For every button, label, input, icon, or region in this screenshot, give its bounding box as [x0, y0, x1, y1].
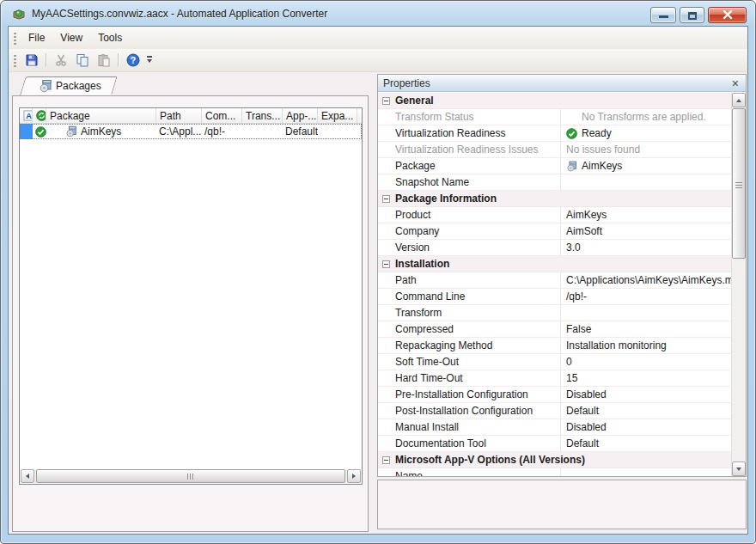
scroll-up-button[interactable] — [732, 93, 746, 107]
property-row[interactable]: CompanyAimSoft — [378, 223, 731, 240]
row-expand-cell[interactable] — [318, 124, 357, 139]
property-value[interactable]: No issues found — [561, 142, 731, 157]
column-header-edit-a-icon[interactable]: A — [20, 108, 33, 123]
scrollbar-thumb[interactable] — [732, 108, 746, 259]
property-value[interactable]: AimSoft — [561, 223, 731, 239]
menu-tools[interactable]: Tools — [90, 28, 130, 47]
property-value[interactable]: 0 — [561, 354, 731, 370]
property-row[interactable]: Repackaging MethodInstallation monitorin… — [378, 338, 731, 354]
close-button[interactable] — [708, 7, 747, 23]
property-row[interactable]: Manual InstallDisabled — [378, 419, 731, 436]
copy-button[interactable] — [72, 51, 92, 70]
property-row[interactable]: Post-Installation ConfigurationDefault — [378, 403, 731, 419]
column-header-app[interactable]: App-... — [283, 108, 318, 123]
row-status-cell[interactable] — [33, 124, 46, 139]
property-value[interactable] — [561, 468, 731, 476]
property-value[interactable]: AimKeys — [561, 207, 731, 223]
splitter[interactable] — [369, 72, 377, 532]
row-path-cell[interactable]: C:\Appl... — [156, 124, 202, 139]
property-value[interactable]: Installation monitoring — [561, 338, 731, 353]
property-row[interactable]: Snapshot Name — [378, 174, 731, 191]
column-header-com[interactable]: Com... — [202, 108, 242, 123]
paste-button[interactable] — [94, 51, 113, 70]
property-value[interactable] — [561, 305, 731, 321]
minimize-button[interactable] — [650, 7, 676, 23]
property-row[interactable]: Virtualization Readiness IssuesNo issues… — [378, 142, 731, 158]
property-row[interactable]: Pre-Installation ConfigurationDisabled — [378, 387, 731, 403]
property-value[interactable] — [561, 174, 731, 190]
property-value[interactable]: Ready — [561, 125, 731, 141]
menubar-grip[interactable] — [14, 32, 16, 45]
property-value[interactable]: Default — [561, 436, 731, 451]
collapse-minus-icon[interactable] — [382, 97, 390, 105]
package-icon — [65, 125, 77, 138]
property-row[interactable]: Command Line/qb!- — [378, 289, 731, 305]
horizontal-scrollbar[interactable] — [21, 469, 361, 483]
property-row[interactable]: Soft Time-Out0 — [378, 354, 731, 370]
property-group-row[interactable]: Package Information — [378, 191, 731, 207]
column-header-expa[interactable]: Expa... — [318, 108, 357, 123]
tab-packages[interactable]: Packages — [20, 76, 112, 95]
packages-pane: Packages APackagePathCom...Trans...App-.… — [12, 76, 369, 532]
property-label: Compressed — [395, 321, 561, 337]
vertical-scrollbar[interactable] — [731, 93, 746, 476]
property-row[interactable]: Name — [378, 468, 731, 476]
package-list[interactable]: APackagePathCom...Trans...App-...Expa...… — [19, 107, 363, 485]
row-command-cell[interactable]: /qb!- — [202, 124, 242, 139]
scroll-left-button[interactable] — [21, 469, 34, 483]
property-label: Version — [395, 240, 561, 255]
column-header-trans[interactable]: Trans... — [242, 108, 283, 123]
property-grid: GeneralTransform StatusNo Transforms are… — [378, 93, 731, 476]
row-appv-cell-text: Default — [285, 125, 318, 138]
scroll-down-button[interactable] — [732, 461, 746, 476]
property-row[interactable]: Documentation ToolDefault — [378, 436, 731, 452]
property-row[interactable]: ProductAimKeys — [378, 207, 731, 223]
column-header-path[interactable]: Path — [156, 108, 202, 123]
scroll-right-button[interactable] — [347, 469, 361, 483]
property-row[interactable]: Hard Time-Out15 — [378, 370, 731, 387]
property-row[interactable]: Virtualization ReadinessReady — [378, 125, 731, 142]
help-button[interactable]: ? — [123, 51, 143, 70]
collapse-minus-icon[interactable] — [382, 456, 390, 464]
property-value[interactable]: AimKeys — [561, 158, 731, 174]
property-row[interactable]: PackageAimKeys — [378, 158, 731, 174]
collapse-minus-icon[interactable] — [382, 260, 390, 268]
property-row[interactable]: Transform StatusNo Transforms are applie… — [378, 109, 731, 125]
toolbar-overflow-button[interactable] — [145, 51, 155, 70]
menu-file[interactable]: File — [21, 28, 52, 47]
scrollbar-thumb[interactable] — [36, 469, 345, 483]
row-package-cell[interactable]: AimKeys — [46, 124, 156, 139]
row-appv-cell[interactable]: Default — [283, 124, 318, 139]
properties-close-icon[interactable]: × — [730, 77, 741, 89]
property-group-row[interactable]: Installation — [378, 256, 731, 272]
property-group-row[interactable]: General — [378, 93, 731, 109]
property-row[interactable]: CompressedFalse — [378, 321, 731, 338]
property-row[interactable]: PathC:\Applications\AimKeys\AimKeys.msi — [378, 272, 731, 289]
properties-header[interactable]: Properties × — [378, 75, 746, 92]
row-transform-cell[interactable] — [242, 124, 283, 139]
property-value[interactable]: 15 — [561, 370, 731, 386]
property-value[interactable]: 3.0 — [561, 240, 731, 255]
save-button[interactable] — [21, 51, 41, 70]
property-value[interactable]: Default — [561, 403, 731, 419]
property-value[interactable]: Disabled — [561, 387, 731, 402]
toolbar-grip[interactable] — [14, 54, 16, 67]
property-group-row[interactable]: Microsoft App-V Options (All Versions) — [378, 452, 731, 468]
collapse-minus-icon[interactable] — [382, 195, 390, 203]
column-header-package[interactable]: Package — [46, 108, 156, 123]
property-value[interactable]: C:\Applications\AimKeys\AimKeys.msi — [561, 272, 731, 288]
property-value[interactable]: Disabled — [561, 419, 731, 435]
maximize-button[interactable] — [680, 7, 704, 23]
titlebar[interactable]: MyAACSettings.convwiz.aacx - Automated A… — [1, 1, 755, 26]
column-header-refresh-icon[interactable] — [33, 108, 46, 123]
property-row[interactable]: Version3.0 — [378, 240, 731, 256]
property-value[interactable]: /qb!- — [561, 289, 731, 304]
table-row[interactable]: AimKeysC:\Appl.../qb!-Default — [20, 124, 362, 139]
property-value[interactable]: False — [561, 321, 731, 337]
row-selection-cell[interactable] — [20, 124, 33, 139]
property-value[interactable]: No Transforms are applied. — [561, 109, 731, 125]
cut-button[interactable] — [51, 51, 70, 70]
property-row[interactable]: Transform — [378, 305, 731, 321]
menu-view[interactable]: View — [52, 28, 90, 47]
tab-label: Packages — [56, 80, 101, 92]
